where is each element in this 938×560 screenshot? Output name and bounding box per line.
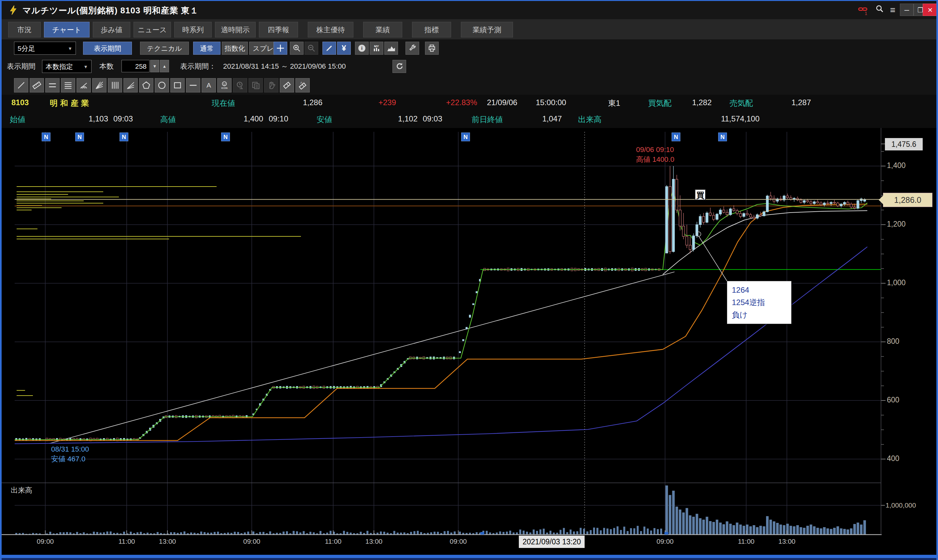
fibonacci-arcs-icon[interactable]	[77, 78, 91, 92]
multi-hlines-icon[interactable]	[61, 78, 75, 92]
volume-bar	[493, 533, 494, 534]
chart-area[interactable]: NNNNNNN1,4001,2001,00080060040009:0011:0…	[2, 128, 938, 560]
zoom-in-icon[interactable]	[290, 42, 303, 55]
wrench-icon[interactable]	[405, 42, 419, 55]
ruler-icon[interactable]	[30, 78, 44, 92]
printer-icon[interactable]	[425, 42, 439, 55]
rectangle-icon[interactable]	[170, 78, 185, 92]
volume-bar	[596, 528, 598, 534]
pencil-icon[interactable]	[322, 42, 336, 55]
toolbar-button-0[interactable]: 表示期間	[83, 42, 132, 55]
tab-1[interactable]: チャート	[44, 22, 89, 37]
tab-0[interactable]: 市況	[8, 22, 41, 37]
tab-2[interactable]: 歩み値	[93, 22, 130, 37]
volume-bar	[393, 531, 395, 534]
interval-select[interactable]: 5分足▼	[14, 42, 76, 55]
info-icon[interactable]: i	[355, 42, 369, 55]
eraser-icon[interactable]	[280, 78, 294, 92]
news-marker-icon[interactable]: N	[120, 132, 128, 141]
tab-7[interactable]: 株主優待	[308, 22, 353, 37]
area-chart-icon[interactable]	[384, 42, 398, 55]
text-icon[interactable]: A	[202, 78, 216, 92]
news-marker-icon[interactable]: N	[75, 132, 84, 141]
eraser-text-icon[interactable]: A	[296, 78, 310, 92]
buy-marker[interactable]: 買	[695, 189, 706, 200]
news-marker-icon[interactable]: N	[672, 132, 680, 141]
toolbar-button-3[interactable]: 指数化	[222, 42, 248, 55]
volume-bar	[103, 532, 105, 534]
trendline-icon[interactable]	[14, 78, 28, 92]
axis-marker	[664, 532, 668, 535]
vertical-lines-icon[interactable]	[108, 78, 122, 92]
order-tooltip-line: 1264	[732, 284, 787, 296]
volume-bar	[640, 531, 642, 534]
volume-bar	[682, 512, 685, 534]
two-hlines-icon[interactable]	[45, 78, 60, 92]
candle	[803, 200, 806, 202]
tab-6[interactable]: 四季報	[259, 22, 298, 37]
fan-lines-icon[interactable]	[92, 78, 106, 92]
speed-lines-icon[interactable]	[123, 78, 138, 92]
volume-bar	[633, 528, 635, 534]
count-increment-button[interactable]: ▲	[160, 60, 169, 72]
volume-bar	[113, 533, 115, 534]
tab-9[interactable]: 指標	[412, 22, 451, 37]
count-decrement-button[interactable]: ▼	[150, 60, 159, 72]
volume-bar	[853, 524, 856, 534]
volume-bar	[803, 528, 806, 534]
crosshair-icon[interactable]	[274, 42, 287, 55]
yen-icon[interactable]: ¥	[337, 42, 351, 55]
news-marker-icon[interactable]: N	[461, 132, 470, 141]
candle	[827, 203, 829, 203]
hand-drag-icon[interactable]	[264, 78, 279, 92]
volume-value: 11,574,100	[665, 114, 759, 123]
window-border	[2, 555, 936, 560]
link-icon[interactable]: 1	[856, 4, 869, 16]
candle	[685, 236, 688, 245]
order-tooltip: 12641254逆指負け	[727, 281, 792, 324]
volume-bar	[116, 533, 118, 534]
tab-3[interactable]: ニュース	[134, 22, 171, 37]
candle	[820, 203, 822, 205]
volume-bar	[163, 534, 165, 534]
news-marker-icon[interactable]: N	[718, 132, 727, 141]
volume-bar	[509, 531, 511, 534]
news-marker-icon[interactable]: N	[221, 132, 230, 141]
volume-bar	[72, 533, 75, 534]
candle	[806, 200, 809, 202]
my-candle-icon[interactable]: MY	[370, 42, 384, 55]
volume-bar	[613, 528, 615, 534]
volume-bar	[616, 526, 619, 534]
close-button[interactable]: ✕	[923, 3, 938, 16]
tab-5[interactable]: 適時開示	[215, 22, 256, 37]
period-mode-select[interactable]: 本数指定▼	[42, 60, 91, 73]
volume-bar	[306, 533, 308, 534]
volume-bar	[203, 532, 205, 534]
search-icon[interactable]	[873, 4, 886, 16]
circle-icon[interactable]	[155, 78, 169, 92]
volume-bar	[706, 517, 708, 534]
pentagon-icon[interactable]	[139, 78, 153, 92]
tab-4[interactable]: 時系列	[174, 22, 212, 37]
app-window: マルチツール(個別銘柄) 8103 明和産業 東１ 1 ≡ ─ ❐ ✕ 市況チャ…	[0, 0, 938, 560]
toolbar-button-2[interactable]: 通常	[193, 42, 220, 55]
volume-bar	[513, 532, 514, 534]
tab-10[interactable]: 業績予測	[461, 22, 513, 37]
bar-count-input[interactable]: 258	[122, 60, 149, 72]
tab-8[interactable]: 業績	[363, 22, 402, 37]
history-icon[interactable]	[233, 78, 247, 92]
news-marker-icon[interactable]: N	[42, 132, 51, 141]
axis-marker	[481, 532, 484, 535]
minimize-button[interactable]: ─	[900, 3, 913, 16]
volume-bar	[657, 529, 659, 534]
volume-bar	[340, 533, 342, 534]
toolbar-button-1[interactable]: テクニカル	[140, 42, 189, 55]
refresh-icon[interactable]	[393, 60, 406, 73]
volume-bar	[336, 533, 338, 534]
hsegment-icon[interactable]	[186, 78, 200, 92]
emoji-icon-icon[interactable]: ICON	[217, 78, 231, 92]
menu-icon[interactable]: ≡	[886, 4, 899, 16]
zoom-out-icon[interactable]	[305, 42, 318, 55]
copy-icon[interactable]	[248, 78, 263, 92]
chart-canvas[interactable]	[2, 128, 938, 560]
